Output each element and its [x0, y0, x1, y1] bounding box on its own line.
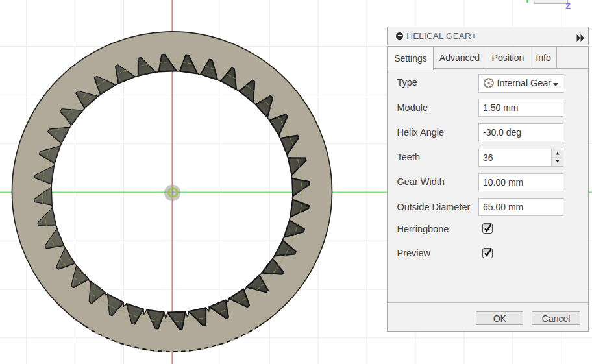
- svg-text:Y: Y: [524, 0, 530, 5]
- svg-text:Z: Z: [565, 1, 571, 11]
